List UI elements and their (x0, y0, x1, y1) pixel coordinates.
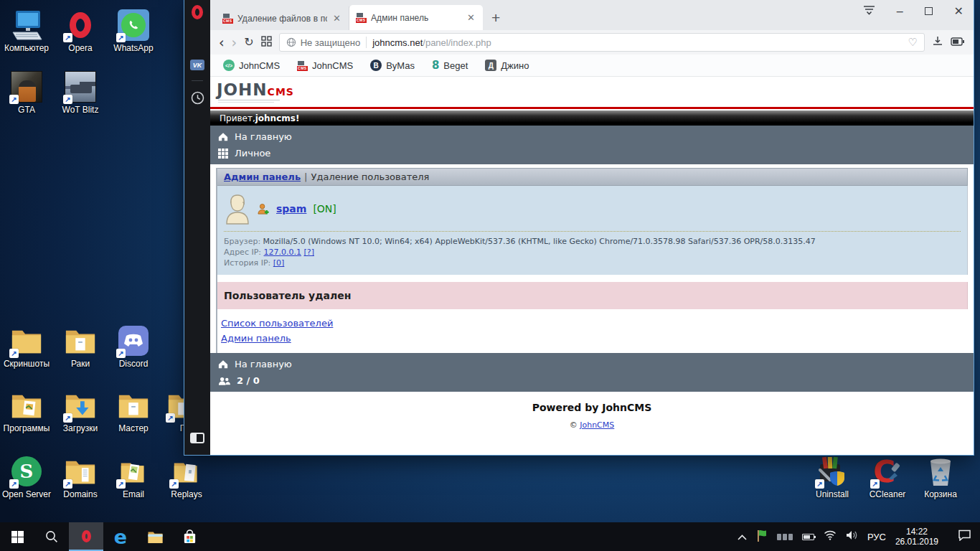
ip-help-link[interactable]: [?] (304, 248, 314, 257)
app-indicator-icon[interactable] (777, 534, 793, 540)
bookmark-jino[interactable]: Д Джино (485, 60, 529, 71)
tab-inactive[interactable]: CMS Удаление файлов в почте ✕ (216, 6, 349, 30)
sidebar-item-history[interactable] (191, 91, 204, 105)
desktop-icon-computer[interactable]: Компьютер (0, 9, 53, 53)
bookmark-label: ByMas (386, 60, 415, 71)
taskbar-opera[interactable] (69, 522, 103, 551)
new-tab-button[interactable]: + (491, 9, 500, 27)
volume-icon[interactable] (846, 530, 858, 543)
forward-button[interactable]: › (232, 36, 237, 50)
desktop-icon-master[interactable]: Мастер (107, 389, 160, 433)
taskbar-store[interactable] (172, 522, 207, 551)
search-button[interactable] (34, 522, 69, 551)
minimize-button[interactable]: – (897, 8, 903, 15)
admin-panel-link[interactable]: Админ панель (221, 333, 291, 344)
desktop-icon-ccleaner[interactable]: C ↗ CCleaner (861, 455, 914, 499)
tab-close-icon[interactable]: ✕ (331, 13, 342, 24)
back-button[interactable]: ‹ (219, 36, 225, 50)
tray-expand-chevron[interactable] (738, 530, 747, 543)
desktop-icon-replays[interactable]: ↗ Replays (160, 455, 213, 499)
action-center-button[interactable] (958, 529, 971, 544)
desktop-icon-downloads[interactable]: ↗ Загрузки (54, 389, 107, 433)
desktop-icon-label: Uninstall (806, 490, 859, 499)
desktop-icon-label: WhatsApp (107, 44, 160, 53)
address-bar[interactable]: Не защищено johncms.net /panel/index.php… (279, 33, 925, 52)
bookmark-heart-icon[interactable]: ♡ (908, 36, 918, 49)
desktop-icon-recycle-bin[interactable]: Корзина (914, 455, 967, 499)
bottom-nav: На главную 2 / 0 (210, 353, 974, 392)
desktop-icon-label: GTA (0, 105, 53, 115)
desktop-icon-domains[interactable]: ↗ Domains (54, 455, 107, 499)
browser-main: CMS Удаление файлов в почте ✕ CMS Админ … (210, 0, 974, 455)
bookmark-johncms-site[interactable]: </> JohnCMS (223, 60, 280, 71)
footer-johncms-link[interactable]: JohnCMS (580, 420, 614, 430)
url-domain: johncms.net (372, 37, 423, 48)
desktop-icon-discord[interactable]: ↗ Discord (107, 324, 160, 369)
folder-icon: ↗ (54, 455, 107, 488)
desktop-icon-whatsapp[interactable]: ↗ WhatsApp (107, 9, 160, 53)
ip-link[interactable]: 127.0.0.1 (264, 248, 301, 257)
opera-sidebar: VK (184, 0, 210, 455)
close-button[interactable]: ✕ (954, 4, 963, 18)
opera-menu-button[interactable] (192, 5, 203, 19)
code-icon: </> (223, 60, 235, 71)
nav-home-link-bottom[interactable]: На главную (218, 359, 966, 369)
bookmark-beget[interactable]: 8 Beget (432, 59, 468, 72)
tab-close-icon[interactable]: ✕ (466, 12, 476, 23)
site-logo[interactable]: JOHNCMS (210, 77, 974, 107)
desktop-icon-label: Email (107, 490, 160, 499)
language-indicator[interactable]: РУС (867, 532, 886, 542)
battery-saver-icon[interactable] (951, 36, 965, 49)
bookmark-johncms-panel[interactable]: CMS JohnCMS (297, 60, 353, 71)
nav-home-link[interactable]: На главную (218, 131, 966, 142)
desktop-icon-label: Скриншоты (0, 359, 53, 369)
desktop-icon-email[interactable]: ↗ Email (107, 455, 160, 499)
desktop-icon-raki[interactable]: Раки (54, 324, 107, 369)
online-status: [ON] (313, 203, 336, 215)
reload-button[interactable]: ↻ (244, 37, 253, 48)
username-link[interactable]: spam (276, 203, 306, 215)
recycle-bin-icon (914, 455, 967, 488)
folder-icon (0, 389, 53, 422)
desktop-icon-screenshots[interactable]: ↗ Скриншоты (0, 324, 53, 369)
ip-history-link[interactable]: [0] (273, 258, 285, 268)
speed-dial-button[interactable] (261, 36, 272, 50)
maximize-button[interactable] (925, 5, 933, 18)
clock[interactable]: 14:22 26.01.2019 (895, 527, 938, 547)
bookmark-label: Beget (443, 60, 468, 71)
home-icon (218, 359, 228, 369)
user-details: Браузер: Mozilla/5.0 (Windows NT 10.0; W… (224, 231, 961, 268)
user-info-panel: spam [ON] Браузер: Mozilla/5.0 (Windows … (217, 186, 968, 275)
tab-title: Удаление файлов в почте (237, 14, 327, 24)
sidebar-item-vk[interactable]: VK (190, 60, 204, 70)
desktop-icon-gta[interactable]: ↗ GTA (0, 70, 53, 115)
shortcut-arrow-icon: ↗ (63, 479, 72, 489)
desktop-icon-wot-blitz[interactable]: ↗ WoT Blitz (54, 70, 107, 115)
store-icon (182, 529, 197, 545)
desktop-icon-label: Мастер (107, 424, 160, 433)
bookmark-bymas[interactable]: B ByMas (370, 60, 415, 71)
desktop-icon-uninstall[interactable]: ↗ Uninstall (806, 455, 859, 499)
breadcrumb-admin-link[interactable]: Админ панель (224, 171, 301, 182)
battery-icon[interactable] (802, 534, 814, 540)
johncms-favicon: CMS (222, 13, 233, 24)
desktop-icon-label: CCleaner (861, 490, 914, 499)
desktop-icon-label: WoT Blitz (54, 105, 107, 115)
desktop-icon-programs[interactable]: Программы (0, 389, 53, 433)
tab-menu-icon[interactable] (863, 5, 875, 18)
desktop-icon-opera[interactable]: ↗ Opera (54, 9, 107, 53)
tab-active[interactable]: CMS Админ панель ✕ (349, 5, 483, 30)
wifi-icon[interactable] (824, 530, 837, 543)
desktop-icon-open-server[interactable]: S ↗ Open Server (0, 455, 53, 499)
nav-personal-link[interactable]: Личное (218, 148, 966, 159)
ccleaner-icon: C ↗ (861, 455, 914, 488)
bookmark-label: Джино (501, 60, 529, 71)
download-icon[interactable] (932, 35, 943, 50)
taskbar-edge[interactable]: e (103, 522, 138, 551)
start-button[interactable] (0, 522, 34, 551)
taskbar-explorer[interactable] (138, 522, 172, 551)
user-list-link[interactable]: Список пользователей (221, 318, 333, 329)
sidebar-toggle-button[interactable] (190, 433, 204, 443)
flag-icon[interactable] (756, 529, 768, 545)
bymas-icon: B (370, 60, 382, 71)
